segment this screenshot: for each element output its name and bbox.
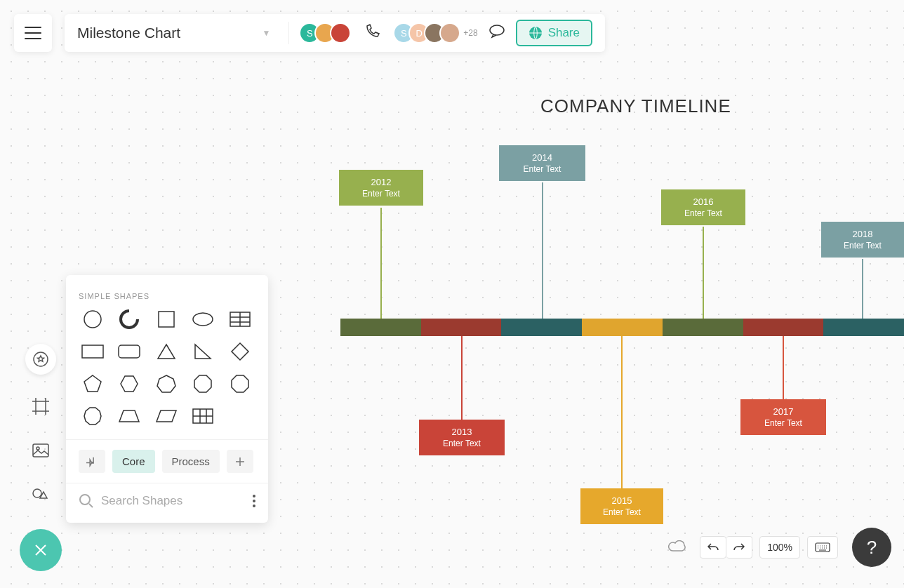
shape-diamond[interactable] xyxy=(226,341,254,362)
shape-category-row: Core Process xyxy=(66,439,268,483)
frame-tool[interactable] xyxy=(30,396,51,420)
milestone-text: Enter Text xyxy=(345,189,418,199)
milestone-connector xyxy=(621,336,623,488)
pin-category-button[interactable] xyxy=(79,450,105,473)
shape-circle[interactable] xyxy=(79,309,107,330)
collaborator-avatar[interactable] xyxy=(330,22,351,44)
shape-octagon[interactable] xyxy=(189,373,217,394)
canvas-title[interactable]: COMPANY TIMELINE xyxy=(540,95,731,117)
svg-point-13 xyxy=(80,495,90,505)
share-label: Share xyxy=(548,26,580,40)
hamburger-icon xyxy=(25,27,41,39)
title-bar: Milestone Chart ▼ S SD +28 Share xyxy=(65,14,605,52)
milestone-connector xyxy=(542,182,543,319)
shape-trapezoid[interactable] xyxy=(115,406,143,427)
comment-icon[interactable] xyxy=(488,22,506,44)
shapes-grid xyxy=(66,309,268,439)
shapes-panel-header: SIMPLE SHAPES xyxy=(66,275,268,309)
shapes-search-row xyxy=(66,483,268,523)
shape-pentagon[interactable] xyxy=(79,373,107,394)
svg-point-0 xyxy=(490,25,504,35)
shape-heptagon[interactable] xyxy=(152,373,180,394)
timeline-segment[interactable] xyxy=(743,319,824,336)
timeline-bar[interactable] xyxy=(340,319,904,336)
milestone-box[interactable]: 2016Enter Text xyxy=(661,189,745,225)
shape-decagon[interactable] xyxy=(79,406,107,427)
milestone-box[interactable]: 2012Enter Text xyxy=(339,170,423,206)
milestone-connector xyxy=(703,227,704,319)
timeline-segment[interactable] xyxy=(663,319,743,336)
help-button[interactable]: ? xyxy=(852,528,891,567)
left-toolbar xyxy=(20,344,62,571)
category-core[interactable]: Core xyxy=(112,450,155,473)
shapes-tool[interactable] xyxy=(30,484,51,508)
timeline-segment[interactable] xyxy=(582,319,663,336)
milestone-year: 2014 xyxy=(505,152,580,163)
milestone-box[interactable]: 2015Enter Text xyxy=(580,488,663,524)
sync-status-icon[interactable] xyxy=(660,536,693,559)
milestone-text: Enter Text xyxy=(827,241,898,250)
shape-right-triangle[interactable] xyxy=(189,341,217,362)
milestone-text: Enter Text xyxy=(746,418,820,428)
shape-octagon-alt[interactable] xyxy=(226,373,254,394)
divider xyxy=(288,22,289,44)
category-process[interactable]: Process xyxy=(162,450,220,473)
star-tool[interactable] xyxy=(25,344,56,375)
milestone-year: 2016 xyxy=(667,196,740,207)
svg-rect-3 xyxy=(33,444,48,457)
call-icon[interactable] xyxy=(364,23,380,43)
zoom-level[interactable]: 100% xyxy=(759,536,800,559)
svg-rect-11 xyxy=(119,345,140,358)
timeline-segment[interactable] xyxy=(340,319,421,336)
shape-arc[interactable] xyxy=(115,309,143,330)
shape-ellipse[interactable] xyxy=(189,309,217,330)
document-title[interactable]: Milestone Chart xyxy=(77,25,180,41)
milestone-text: Enter Text xyxy=(505,164,580,174)
shape-hexagon[interactable] xyxy=(115,373,143,394)
timeline-segment[interactable] xyxy=(501,319,582,336)
viewer-avatars[interactable]: SD xyxy=(393,22,460,44)
image-tool[interactable] xyxy=(31,441,51,463)
svg-rect-10 xyxy=(82,345,103,358)
milestone-box[interactable]: 2018Enter Text xyxy=(821,222,904,258)
shape-triangle[interactable] xyxy=(152,341,180,362)
svg-rect-7 xyxy=(159,312,174,327)
milestone-year: 2012 xyxy=(345,177,418,187)
shape-square[interactable] xyxy=(152,309,180,330)
shapes-more-menu[interactable] xyxy=(253,495,255,507)
svg-point-2 xyxy=(34,352,48,366)
close-panel-button[interactable] xyxy=(20,529,62,571)
add-category-button[interactable] xyxy=(227,450,253,473)
milestone-box[interactable]: 2013Enter Text xyxy=(419,420,505,455)
shape-rect[interactable] xyxy=(79,341,107,362)
milestone-text: Enter Text xyxy=(667,208,740,218)
shape-parallelogram[interactable] xyxy=(152,406,180,427)
share-button[interactable]: Share xyxy=(516,20,592,46)
milestone-year: 2017 xyxy=(746,406,820,417)
shape-rounded-rect[interactable] xyxy=(115,341,143,362)
svg-point-6 xyxy=(84,311,101,328)
active-collaborators[interactable]: S xyxy=(299,22,351,44)
bottom-status-bar: 100% ? xyxy=(660,528,891,567)
keyboard-shortcuts-button[interactable] xyxy=(807,536,838,559)
milestone-year: 2015 xyxy=(586,495,658,506)
redo-button[interactable] xyxy=(726,536,752,559)
milestone-connector xyxy=(783,336,784,399)
milestone-box[interactable]: 2014Enter Text xyxy=(499,145,585,181)
timeline-segment[interactable] xyxy=(823,319,904,336)
milestone-connector xyxy=(380,208,382,319)
timeline-segment[interactable] xyxy=(421,319,502,336)
title-dropdown-icon[interactable]: ▼ xyxy=(262,28,270,38)
milestone-year: 2018 xyxy=(827,229,898,239)
more-viewers-count[interactable]: +28 xyxy=(463,28,477,38)
main-menu-button[interactable] xyxy=(14,14,52,52)
milestone-box[interactable]: 2017Enter Text xyxy=(740,399,826,435)
milestone-connector xyxy=(862,259,863,319)
undo-button[interactable] xyxy=(700,536,726,559)
shape-grid[interactable] xyxy=(189,406,217,427)
collaborator-avatar[interactable] xyxy=(439,22,460,44)
svg-point-4 xyxy=(36,447,39,450)
globe-icon xyxy=(529,26,543,40)
shapes-search-input[interactable] xyxy=(101,494,253,508)
shape-table[interactable] xyxy=(226,309,254,330)
